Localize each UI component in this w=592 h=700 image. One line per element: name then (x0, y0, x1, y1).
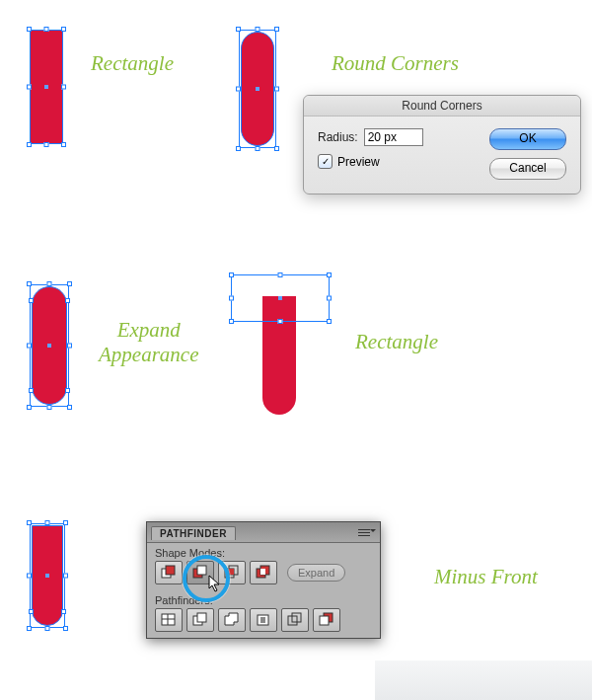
rectangle-selection-overlay (231, 274, 330, 322)
svg-rect-6 (229, 569, 234, 575)
dialog-title: Round Corners (304, 96, 580, 117)
svg-rect-1 (166, 566, 175, 575)
pathfinder-merge[interactable] (218, 608, 246, 632)
label-minus-front: Minus Front (434, 565, 538, 589)
rectangle-shape-1 (30, 30, 63, 144)
cancel-button[interactable]: Cancel (489, 158, 566, 180)
pathfinder-outline[interactable] (281, 608, 309, 632)
pathfinder-crop[interactable] (250, 608, 277, 632)
pathfinders-label: Pathfinders: (147, 590, 380, 608)
label-round-corners: Round Corners (332, 51, 459, 76)
preview-checkbox[interactable]: ✓ (318, 154, 333, 169)
radius-input[interactable] (364, 128, 423, 146)
minus-front-result-shape (30, 523, 65, 628)
grey-strip (375, 661, 592, 700)
radius-label: Radius: (318, 130, 358, 144)
expanded-appearance-shape (30, 284, 69, 407)
round-corners-dialog: Round Corners Radius: ✓ Preview OK Cance… (303, 95, 581, 194)
pathfinder-divide[interactable] (155, 608, 183, 632)
svg-rect-3 (197, 566, 206, 575)
shape-mode-exclude[interactable] (250, 561, 277, 584)
pathfinder-minus-back[interactable] (313, 608, 340, 632)
label-rectangle-2: Rectangle (355, 330, 438, 354)
shape-modes-label: Shape Modes: (147, 543, 380, 561)
panel-menu-icon[interactable] (356, 525, 376, 539)
label-rectangle-1: Rectangle (91, 51, 174, 76)
label-expand-appearance: ExpandAppearance (99, 318, 198, 367)
svg-rect-14 (197, 613, 206, 622)
svg-rect-16 (260, 617, 265, 623)
rounded-rectangle-shape (239, 30, 276, 148)
shape-mode-unite[interactable] (155, 561, 183, 584)
ok-button[interactable]: OK (489, 128, 566, 150)
preview-label: Preview (337, 155, 380, 169)
pathfinder-trim[interactable] (186, 608, 214, 632)
shape-mode-minus-front[interactable] (186, 561, 214, 584)
svg-rect-9 (260, 569, 265, 575)
expand-button[interactable]: Expand (287, 564, 345, 582)
pathfinder-tab[interactable]: PATHFINDER (151, 526, 236, 540)
pathfinder-panel: PATHFINDER Shape Modes: Expand Pathfinde… (146, 521, 381, 639)
shape-mode-intersect[interactable] (218, 561, 246, 584)
svg-rect-20 (320, 616, 329, 625)
